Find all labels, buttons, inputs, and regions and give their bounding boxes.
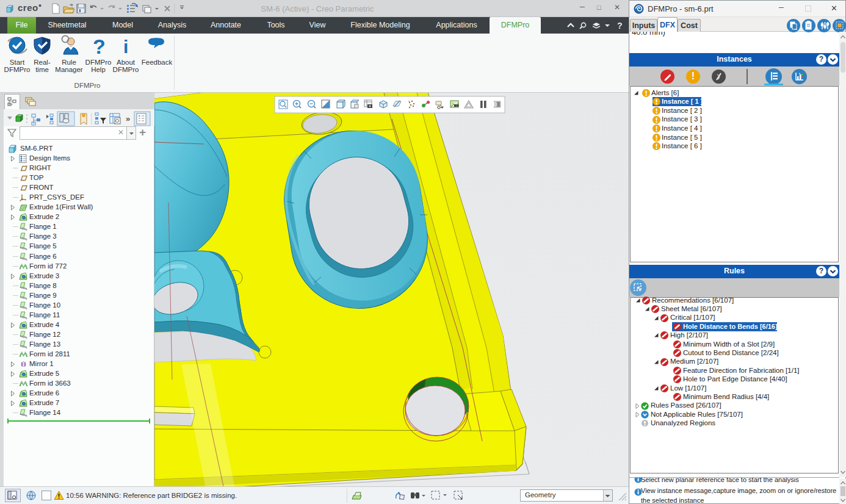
svg-text:?: ? [93,35,106,58]
svg-text:i: i [123,37,128,57]
svg-text:?: ? [617,21,623,31]
svg-text:»: » [126,114,130,123]
